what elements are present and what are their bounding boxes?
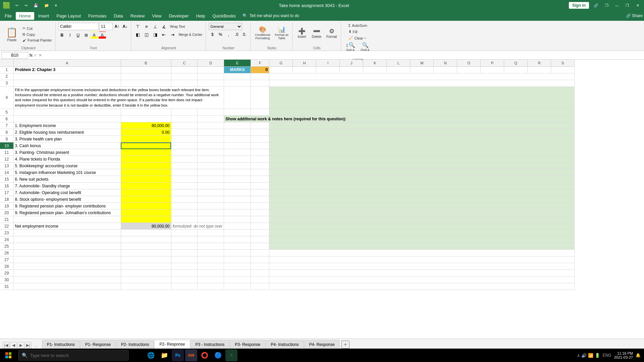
taskbar-search-input[interactable] [30, 353, 125, 358]
menu-home[interactable]: Home [16, 12, 34, 20]
cell-b3[interactable] [121, 80, 171, 86]
cell-c17[interactable] [171, 189, 198, 196]
tab-p1-response[interactable]: P1- Response [80, 340, 116, 349]
font-increase-btn[interactable]: A↑ [113, 23, 121, 30]
cell-b10-selected[interactable] [121, 142, 171, 149]
fill-color-button[interactable]: A [91, 32, 98, 39]
cell-e10[interactable] [224, 142, 251, 149]
row-header-17[interactable]: 17 [0, 189, 13, 196]
cell-d13[interactable] [198, 163, 224, 169]
cell-c20[interactable] [171, 209, 198, 216]
cell-c13[interactable] [171, 163, 198, 169]
cell-a3[interactable] [13, 80, 121, 86]
notification-btn[interactable]: 🔔 [636, 353, 641, 358]
sign-in-button[interactable]: Sign in [569, 2, 589, 9]
cell-a12[interactable]: 4. Plane tickets to Florida [13, 156, 121, 163]
comma-btn[interactable]: , [225, 31, 232, 38]
cell-f16[interactable] [251, 183, 269, 189]
cell-e11[interactable] [224, 149, 251, 156]
cell-i1[interactable] [316, 66, 340, 73]
cell-d20[interactable] [198, 209, 224, 216]
cell-a16[interactable]: 7. Automobile- Standby charge [13, 183, 121, 189]
orient-btn[interactable]: ∡ [160, 23, 168, 30]
cell-g18[interactable] [269, 196, 575, 203]
tab-p4-response[interactable]: P4- Response [304, 340, 340, 349]
sheet-next-btn[interactable]: ▶ [17, 342, 24, 349]
cell-c8[interactable] [171, 129, 198, 136]
cell-a7[interactable]: 1. Employment income [13, 122, 121, 129]
cell-e20[interactable] [224, 209, 251, 216]
cell-c11[interactable] [171, 149, 198, 156]
cell-e14[interactable] [224, 169, 251, 176]
paste-button[interactable]: 📋 Paste [3, 25, 20, 43]
cell-e13[interactable] [224, 163, 251, 169]
cell-c12[interactable] [171, 156, 198, 163]
border-button[interactable]: ⊞ [83, 32, 90, 39]
row-header-6[interactable]: 6 [0, 116, 13, 122]
cell-g13[interactable] [269, 163, 575, 169]
col-header-k[interactable]: K [363, 60, 387, 66]
sheet-last-btn[interactable]: ▶| [25, 342, 32, 349]
cell-e17[interactable] [224, 189, 251, 196]
sheet-first-btn[interactable]: |◀ [3, 342, 9, 349]
cell-f17[interactable] [251, 189, 269, 196]
row-header-20[interactable]: 20 [0, 209, 13, 216]
cell-f10[interactable] [251, 142, 269, 149]
cell-d3[interactable] [198, 80, 224, 86]
font-color-button[interactable]: A [99, 32, 106, 39]
cell-c7[interactable] [171, 122, 198, 129]
wrap-text-btn[interactable]: Wrap Text [169, 23, 186, 30]
cell-d7[interactable] [198, 122, 224, 129]
cell-j1[interactable] [340, 66, 363, 73]
customize-btn[interactable]: ▾ [53, 3, 59, 8]
cell-c18[interactable] [171, 196, 198, 203]
save-btn[interactable]: 💾 [32, 3, 40, 8]
align-middle-btn[interactable]: ≡ [143, 23, 151, 30]
cell-g22[interactable] [269, 223, 575, 230]
cell-e19[interactable] [224, 203, 251, 209]
taskbar-unknown2[interactable]: 🔵 [212, 349, 224, 361]
col-header-f[interactable]: F [251, 60, 269, 66]
sharing-icon[interactable]: 🔗 [592, 3, 600, 8]
cell-e21[interactable] [224, 216, 251, 223]
cell-n1[interactable] [434, 66, 457, 73]
cell-a11[interactable]: 3. Painting- Christmas present [13, 149, 121, 156]
cell-c16[interactable] [171, 183, 198, 189]
cell-g3[interactable] [269, 80, 575, 86]
cell-g5[interactable] [269, 109, 575, 116]
row-header-19[interactable]: 19 [0, 203, 13, 209]
menu-insert[interactable]: Insert [35, 12, 53, 20]
row-header-15[interactable]: 15 [0, 176, 13, 183]
cell-b16[interactable] [121, 183, 171, 189]
cell-g21[interactable] [269, 216, 575, 223]
taskbar-photoshop[interactable]: Ps [172, 349, 184, 361]
minimize-button[interactable]: — [613, 3, 621, 8]
insert-btn[interactable]: ➕ Insert [295, 26, 309, 40]
add-sheet-button[interactable]: + [341, 341, 350, 349]
taskbar-file-explorer[interactable]: 📁 [158, 349, 170, 361]
currency-btn[interactable]: $ [209, 31, 216, 38]
cell-g14[interactable] [269, 169, 575, 176]
open-btn[interactable]: 📁 [42, 3, 51, 8]
cell-e1[interactable]: MARKS [224, 66, 251, 73]
cell-a9[interactable]: 3. Private health care plan [13, 136, 121, 142]
cell-g8[interactable] [269, 129, 575, 136]
cell-f3[interactable] [251, 80, 269, 86]
menu-help[interactable]: Help [193, 12, 209, 20]
cell-f5[interactable] [251, 109, 269, 116]
row-header-16[interactable]: 16 [0, 183, 13, 189]
cell-f9[interactable] [251, 136, 269, 142]
col-header-l[interactable]: L [387, 60, 410, 66]
cell-g1[interactable] [269, 66, 293, 73]
cell-f19[interactable] [251, 203, 269, 209]
col-header-m[interactable]: M [410, 60, 434, 66]
cell-c6[interactable] [171, 116, 198, 122]
cell-e5[interactable] [224, 109, 251, 116]
copy-button[interactable]: ⧉ Copy [21, 32, 53, 37]
cell-g17[interactable] [269, 189, 575, 196]
close-button[interactable]: ✕ [634, 3, 641, 8]
cell-d18[interactable] [198, 196, 224, 203]
cell-c2[interactable] [171, 73, 198, 80]
cell-e2[interactable] [224, 73, 251, 80]
taskbar-unknown-app[interactable]: 509 [185, 349, 197, 361]
